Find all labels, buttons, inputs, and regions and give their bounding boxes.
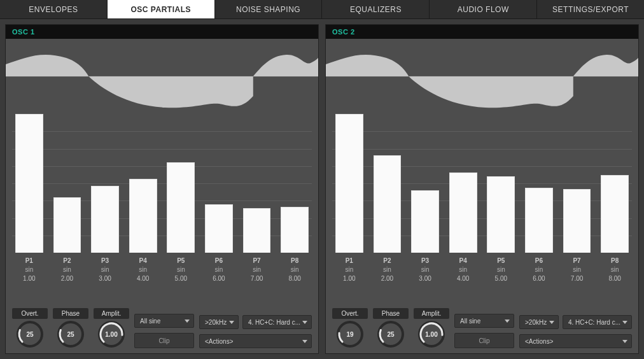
wave-preset-dropdown[interactable]: All sine <box>134 314 194 328</box>
partial-labels: P1sin1.00 P2sin2.00 P3sin3.00 P4sin4.00 … <box>332 253 632 286</box>
partials-chart-area[interactable] <box>332 114 632 253</box>
partial-bar[interactable] <box>89 114 121 253</box>
clip-button[interactable]: Clip <box>134 333 194 348</box>
partial-label: P5sin5.00 <box>486 257 517 283</box>
partial-label: P6sin6.00 <box>523 257 555 283</box>
tab-osc-partials[interactable]: OSC PARTIALS <box>108 0 215 18</box>
phase-knob[interactable]: Phase 25 <box>373 308 409 348</box>
hc-preset-dropdown[interactable]: 4. HC+C: Hard c... <box>242 315 312 329</box>
waveform-display[interactable] <box>326 39 638 114</box>
amplit-knob-value: 1.00 <box>417 320 445 348</box>
wave-preset-dropdown[interactable]: All sine <box>454 314 514 328</box>
partial-label: P3sin3.00 <box>409 257 441 283</box>
partials-chart-area[interactable] <box>12 114 312 253</box>
phase-knob-dial[interactable]: 25 <box>377 320 405 348</box>
actions-dropdown[interactable]: <Actions> <box>199 334 312 348</box>
partial-labels: P1sin1.00 P2sin2.00 P3sin3.00 P4sin4.00 … <box>12 253 312 286</box>
amplit-knob-label: Amplit. <box>414 308 449 319</box>
main-area: OSC 1 P1sin1.00 P2sin2.00 P3sin3.00 P4si… <box>0 19 644 359</box>
amplit-knob[interactable]: Amplit. 1.00 <box>414 308 449 348</box>
phase-knob-label: Phase <box>53 308 88 319</box>
chevron-down-icon <box>302 340 307 343</box>
overt-knob[interactable]: Overt. 19 <box>332 308 368 348</box>
tab-noise-shaping[interactable]: NOISE SHAPING <box>215 0 323 18</box>
osc-title: OSC 1 <box>6 25 318 39</box>
partial-bar[interactable] <box>279 114 311 253</box>
partial-label: P7sin7.00 <box>241 257 273 283</box>
controls-row: Overt. 25 Phase 25 Amplit. 1.00 All sine… <box>6 306 318 353</box>
chevron-down-icon <box>229 321 234 324</box>
partial-label: P1sin1.00 <box>333 257 365 283</box>
amplit-knob-label: Amplit. <box>94 308 129 319</box>
freq-limit-dropdown[interactable]: >20kHz <box>519 315 559 329</box>
tab-settings-export[interactable]: SETTINGS/EXPORT <box>537 0 644 18</box>
partial-bar[interactable] <box>409 114 441 253</box>
chevron-down-icon <box>549 321 554 324</box>
tab-bar: ENVELOPES OSC PARTIALS NOISE SHAPING EQU… <box>0 0 644 19</box>
partial-bar[interactable] <box>447 114 479 253</box>
partial-label: P8sin8.00 <box>279 257 311 283</box>
overt-knob-value: 19 <box>336 320 364 348</box>
overt-knob-dial[interactable]: 19 <box>336 320 364 348</box>
partial-bar[interactable] <box>127 114 159 253</box>
partial-label: P1sin1.00 <box>13 257 45 283</box>
partial-bar[interactable] <box>165 114 197 253</box>
hc-preset-dropdown[interactable]: 4. HC+C: Hard c... <box>563 315 632 329</box>
osc2-panel: OSC 2 P1sin1.00 P2sin2.00 P3sin3.00 P4si… <box>325 24 639 354</box>
osc1-panel: OSC 1 P1sin1.00 P2sin2.00 P3sin3.00 P4si… <box>5 24 319 354</box>
chevron-down-icon <box>622 321 627 324</box>
partial-label: P4sin4.00 <box>447 257 479 283</box>
tab-envelopes[interactable]: ENVELOPES <box>0 0 108 18</box>
overt-knob-dial[interactable]: 25 <box>16 320 44 348</box>
amplit-knob[interactable]: Amplit. 1.00 <box>94 308 129 348</box>
partial-bar[interactable] <box>333 114 365 253</box>
tab-equalizers[interactable]: EQUALIZERS <box>322 0 430 18</box>
phase-knob-value: 25 <box>377 320 405 348</box>
phase-knob-value: 25 <box>57 320 85 348</box>
partial-label: P8sin8.00 <box>599 257 631 283</box>
partial-label: P4sin4.00 <box>127 257 159 283</box>
partial-bar[interactable] <box>599 114 631 253</box>
partial-label: P3sin3.00 <box>89 257 121 283</box>
chevron-down-icon <box>185 320 190 323</box>
freq-limit-dropdown[interactable]: >20kHz <box>199 315 239 329</box>
waveform-display[interactable] <box>6 39 318 114</box>
controls-row: Overt. 19 Phase 25 Amplit. 1.00 All sine… <box>326 306 638 353</box>
partial-label: P7sin7.00 <box>561 257 593 283</box>
partial-bar[interactable] <box>203 114 235 253</box>
amplit-knob-dial[interactable]: 1.00 <box>97 320 125 348</box>
partial-label: P2sin2.00 <box>372 257 403 283</box>
partial-bar[interactable] <box>561 114 593 253</box>
partials-chart: P1sin1.00 P2sin2.00 P3sin3.00 P4sin4.00 … <box>6 114 318 306</box>
phase-knob-label: Phase <box>373 308 409 319</box>
partial-bar[interactable] <box>486 114 517 253</box>
overt-knob-value: 25 <box>16 320 44 348</box>
phase-knob[interactable]: Phase 25 <box>53 308 88 348</box>
overt-knob[interactable]: Overt. 25 <box>12 308 48 348</box>
chevron-down-icon <box>505 320 510 323</box>
amplit-knob-dial[interactable]: 1.00 <box>417 320 445 348</box>
amplit-knob-value: 1.00 <box>97 320 125 348</box>
partial-label: P5sin5.00 <box>165 257 197 283</box>
partial-bar[interactable] <box>523 114 555 253</box>
actions-dropdown[interactable]: <Actions> <box>519 334 632 348</box>
partial-label: P6sin6.00 <box>203 257 235 283</box>
tab-audio-flow[interactable]: AUDIO FLOW <box>430 0 537 18</box>
chevron-down-icon <box>302 321 307 324</box>
partial-bar[interactable] <box>241 114 273 253</box>
osc-title: OSC 2 <box>326 25 638 39</box>
partial-bar[interactable] <box>13 114 45 253</box>
partials-chart: P1sin1.00 P2sin2.00 P3sin3.00 P4sin4.00 … <box>326 114 638 306</box>
overt-knob-label: Overt. <box>12 308 48 319</box>
clip-button[interactable]: Clip <box>454 333 514 348</box>
phase-knob-dial[interactable]: 25 <box>57 320 85 348</box>
chevron-down-icon <box>622 340 627 343</box>
partial-label: P2sin2.00 <box>52 257 83 283</box>
overt-knob-label: Overt. <box>332 308 368 319</box>
partial-bar[interactable] <box>52 114 83 253</box>
partial-bar[interactable] <box>372 114 403 253</box>
